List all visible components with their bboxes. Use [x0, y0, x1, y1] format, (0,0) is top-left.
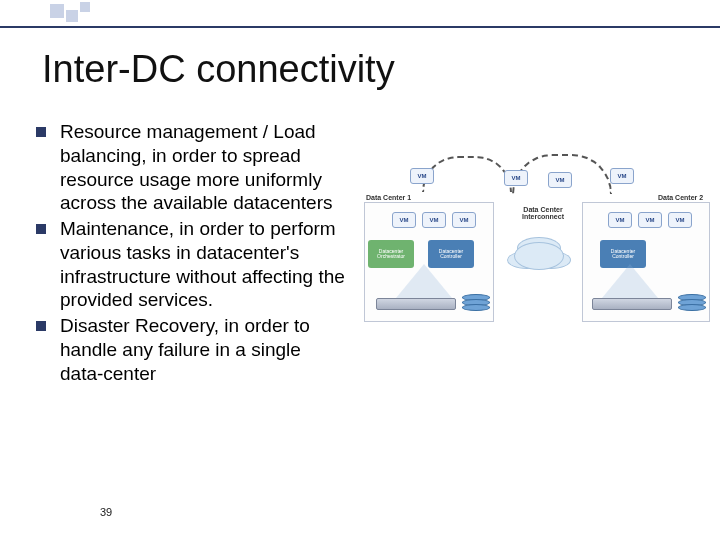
vm-icon: VM	[548, 172, 572, 188]
slide-title: Inter-DC connectivity	[42, 48, 395, 91]
vm-icon: VM	[392, 212, 416, 228]
storage-icon	[678, 294, 708, 309]
dc1-label: Data Center 1	[366, 194, 411, 201]
server-icon	[592, 298, 672, 310]
migration-arc	[422, 156, 512, 192]
bullet-text: Disaster Recovery, in order to handle an…	[60, 314, 346, 385]
slide-top-border	[0, 0, 720, 28]
vm-icon: VM	[422, 212, 446, 228]
list-item: Resource management / Load balancing, in…	[36, 120, 346, 215]
list-item: Maintenance, in order to perform various…	[36, 217, 346, 312]
decor-square	[66, 10, 78, 22]
list-item: Disaster Recovery, in order to handle an…	[36, 314, 346, 385]
inter-dc-diagram: VM VM VM VM Data Center 1 Data Center 2 …	[362, 150, 712, 350]
vm-icon: VM	[452, 212, 476, 228]
vm-icon: VM	[668, 212, 692, 228]
server-icon	[376, 298, 456, 310]
page-number: 39	[100, 506, 112, 518]
vm-icon: VM	[410, 168, 434, 184]
bullet-text: Resource management / Load balancing, in…	[60, 120, 346, 215]
dc2-label: Data Center 2	[658, 194, 703, 201]
spotlight-ray	[602, 264, 658, 298]
bullet-icon	[36, 321, 46, 331]
decor-square	[50, 4, 64, 18]
bullet-icon	[36, 127, 46, 137]
cloud-icon	[514, 242, 564, 270]
spotlight-ray	[396, 264, 452, 298]
vm-icon: VM	[504, 170, 528, 186]
bullet-icon	[36, 224, 46, 234]
bullet-list: Resource management / Load balancing, in…	[36, 120, 346, 387]
interconnect-label: Data Center Interconnect	[518, 206, 568, 220]
bullet-text: Maintenance, in order to perform various…	[60, 217, 346, 312]
storage-icon	[462, 294, 492, 309]
vm-icon: VM	[608, 212, 632, 228]
vm-icon: VM	[638, 212, 662, 228]
vm-icon: VM	[610, 168, 634, 184]
decor-square	[80, 2, 90, 12]
